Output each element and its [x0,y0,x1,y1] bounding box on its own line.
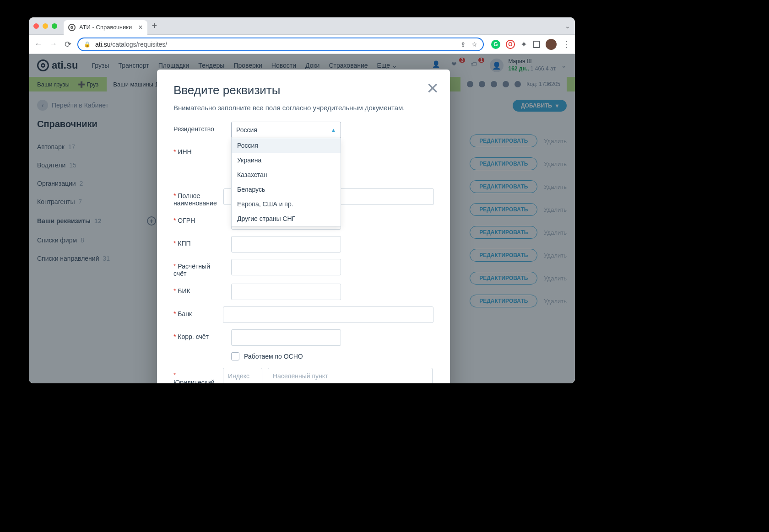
osno-checkbox[interactable] [231,352,239,360]
favicon-icon [68,24,76,31]
modal-title: Введите реквизиты [173,83,433,97]
label-bik: БИК [173,284,225,295]
index-input[interactable] [223,368,262,383]
residency-option[interactable]: Казахстан [232,167,341,182]
forward-button: → [48,39,58,49]
back-button[interactable]: ← [33,39,43,49]
extensions-menu-icon[interactable]: ✦ [520,39,527,49]
tab-overflow-icon[interactable]: ⌄ [565,22,570,30]
residency-option[interactable]: Другие страны СНГ [232,211,341,226]
residency-option[interactable]: Беларусь [232,182,341,197]
window-controls [33,23,57,29]
macos-titlebar: АТИ - Справочники × + ⌄ [29,17,575,35]
label-inn: ИНН [173,145,225,156]
extension-grammarly-icon[interactable]: G [491,40,500,49]
residency-select[interactable]: Россия ▲ [231,122,341,138]
label-kpp: КПП [173,236,225,247]
residency-dropdown: РоссияУкраинаКазахстанБеларусьЕвропа, СШ… [231,138,341,226]
share-icon[interactable]: ⇪ [460,41,466,48]
side-panel-icon[interactable] [533,41,540,48]
minimize-window[interactable] [43,23,48,29]
new-tab-button[interactable]: + [152,21,157,31]
residency-option[interactable]: Европа, США и пр. [232,197,341,211]
label-fullname: Полное наименование [173,188,217,207]
requisites-modal: ✕ Введите реквизиты Внимательно заполнит… [157,70,450,383]
label-ogrn: ОГРН [173,213,225,224]
label-bank: Банк [173,306,217,317]
bookmark-icon[interactable]: ☆ [471,41,477,48]
url-text: ati.su/catalogs/requisites/ [95,41,167,48]
tab-title: АТИ - Справочники [79,24,132,31]
bik-input[interactable] [231,284,341,300]
residency-option[interactable]: Украина [232,153,341,167]
modal-subtitle: Внимательно заполните все поля согласно … [173,104,433,112]
osno-label: Работаем по ОСНО [244,353,303,360]
extension-adblock-icon[interactable]: O [506,40,515,49]
lock-icon: 🔒 [84,41,91,48]
corr-input[interactable] [231,329,341,346]
extensions: G O ✦ ⋮ [491,39,570,50]
label-acct: Расчётный счёт [173,259,225,277]
profile-avatar[interactable] [546,39,557,50]
bank-input[interactable] [223,306,433,323]
label-corr: Корр. счёт [173,329,225,340]
browser-menu-icon[interactable]: ⋮ [562,39,570,49]
browser-window: АТИ - Справочники × + ⌄ ← → ⟳ 🔒 ati.su/c… [29,17,575,383]
label-residency: Резидентство [173,122,225,133]
address-bar[interactable]: 🔒 ati.su/catalogs/requisites/ ⇪ ☆ [77,38,484,51]
kpp-input[interactable] [231,236,341,253]
residency-value: Россия [236,126,257,134]
city-input[interactable] [268,368,433,383]
browser-toolbar: ← → ⟳ 🔒 ati.su/catalogs/requisites/ ⇪ ☆ … [29,35,575,54]
zoom-window[interactable] [52,23,57,29]
label-legal-addr: Юридический адрес [173,368,217,383]
close-window[interactable] [33,23,39,29]
browser-tab[interactable]: АТИ - Справочники × [64,20,147,35]
residency-option[interactable]: Россия [232,138,341,153]
close-icon[interactable]: ✕ [426,81,439,96]
app-viewport: ati.su Грузы Транспорт Площадки Тендеры … [29,54,575,383]
caret-up-icon: ▲ [331,127,336,133]
acct-input[interactable] [231,259,341,275]
close-tab-icon[interactable]: × [138,23,142,32]
reload-button[interactable]: ⟳ [63,39,73,49]
